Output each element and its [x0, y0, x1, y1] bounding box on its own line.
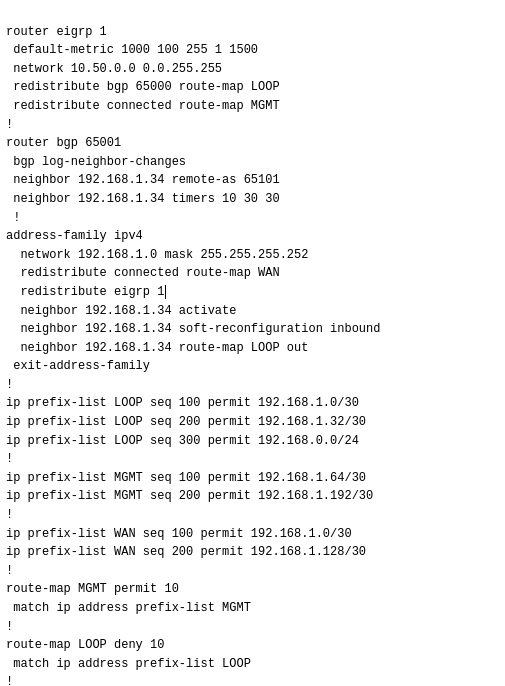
code-line: neighbor 192.168.1.34 remote-as 65101 [6, 171, 499, 190]
code-line: redistribute eigrp 1 [6, 283, 499, 302]
code-line: ip prefix-list LOOP seq 100 permit 192.1… [6, 394, 499, 413]
code-line: exit-address-family [6, 357, 499, 376]
code-line: match ip address prefix-list LOOP [6, 655, 499, 674]
code-line: ! [6, 209, 499, 228]
code-line: redistribute connected route-map MGMT [6, 97, 499, 116]
code-line: ip prefix-list WAN seq 100 permit 192.16… [6, 525, 499, 544]
code-line: match ip address prefix-list MGMT [6, 599, 499, 618]
code-line: ip prefix-list WAN seq 200 permit 192.16… [6, 543, 499, 562]
code-line: ip prefix-list LOOP seq 300 permit 192.1… [6, 432, 499, 451]
code-line: network 10.50.0.0 0.0.255.255 [6, 60, 499, 79]
code-line: redistribute connected route-map WAN [6, 264, 499, 283]
code-line: ! [6, 673, 499, 686]
code-line: ! [6, 562, 499, 581]
code-line: ! [6, 506, 499, 525]
code-line: redistribute bgp 65000 route-map LOOP [6, 78, 499, 97]
code-line: neighbor 192.168.1.34 timers 10 30 30 [6, 190, 499, 209]
code-line: ip prefix-list MGMT seq 100 permit 192.1… [6, 469, 499, 488]
code-line: ! [6, 618, 499, 637]
code-editor: router eigrp 1 default-metric 1000 100 2… [0, 0, 505, 686]
code-line: route-map MGMT permit 10 [6, 580, 499, 599]
code-line: ip prefix-list MGMT seq 200 permit 192.1… [6, 487, 499, 506]
code-line: ! [6, 376, 499, 395]
code-line: router bgp 65001 [6, 134, 499, 153]
code-line: route-map LOOP deny 10 [6, 636, 499, 655]
code-line: neighbor 192.168.1.34 soft-reconfigurati… [6, 320, 499, 339]
code-line: bgp log-neighbor-changes [6, 153, 499, 172]
code-line: ! [6, 116, 499, 135]
code-line: neighbor 192.168.1.34 route-map LOOP out [6, 339, 499, 358]
code-line: address-family ipv4 [6, 227, 499, 246]
code-line: neighbor 192.168.1.34 activate [6, 302, 499, 321]
code-line: router eigrp 1 [6, 23, 499, 42]
code-line: ip prefix-list LOOP seq 200 permit 192.1… [6, 413, 499, 432]
code-line: ! [6, 450, 499, 469]
code-line: default-metric 1000 100 255 1 1500 [6, 41, 499, 60]
code-line: network 192.168.1.0 mask 255.255.255.252 [6, 246, 499, 265]
